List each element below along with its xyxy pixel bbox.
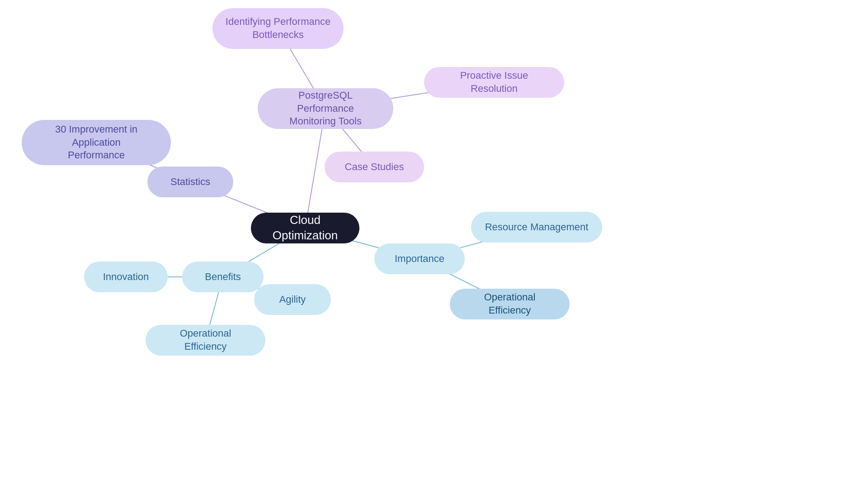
postgresql-label: PostgreSQL PerformanceMonitoring Tools — [270, 89, 381, 128]
benefits-node[interactable]: Benefits — [182, 262, 264, 292]
identifying-node[interactable]: Identifying PerformanceBottlenecks — [212, 8, 344, 49]
resource-mgmt-label: Resource Management — [485, 221, 589, 234]
innovation-node[interactable]: Innovation — [84, 262, 168, 292]
benefits-label: Benefits — [205, 271, 241, 284]
case-studies-node[interactable]: Case Studies — [325, 152, 424, 182]
statistics-label: Statistics — [170, 176, 210, 189]
improvement-node[interactable]: 30 Improvement in ApplicationPerformance — [22, 120, 171, 165]
agility-label: Agility — [279, 293, 306, 306]
resource-mgmt-node[interactable]: Resource Management — [471, 212, 602, 243]
proactive-label: Proactive Issue Resolution — [437, 69, 552, 95]
innovation-label: Innovation — [103, 271, 149, 284]
benefits-op-efficiency-node[interactable]: Operational Efficiency — [146, 325, 265, 356]
statistics-node[interactable]: Statistics — [147, 167, 233, 197]
benefits-op-efficiency-label: Operational Efficiency — [158, 327, 253, 353]
proactive-node[interactable]: Proactive Issue Resolution — [424, 67, 564, 98]
importance-node[interactable]: Importance — [374, 243, 465, 274]
importance-op-efficiency-label: Operational Efficiency — [462, 291, 557, 317]
center-label: Cloud Optimization — [273, 213, 338, 243]
improvement-label: 30 Improvement in ApplicationPerformance — [34, 123, 158, 162]
identifying-label: Identifying PerformanceBottlenecks — [226, 15, 330, 41]
importance-label: Importance — [395, 252, 444, 266]
postgresql-node[interactable]: PostgreSQL PerformanceMonitoring Tools — [258, 88, 393, 129]
center-node[interactable]: Cloud Optimization — [251, 213, 359, 243]
agility-node[interactable]: Agility — [254, 284, 331, 315]
case-studies-label: Case Studies — [345, 161, 404, 174]
importance-op-efficiency-node[interactable]: Operational Efficiency — [450, 289, 570, 319]
